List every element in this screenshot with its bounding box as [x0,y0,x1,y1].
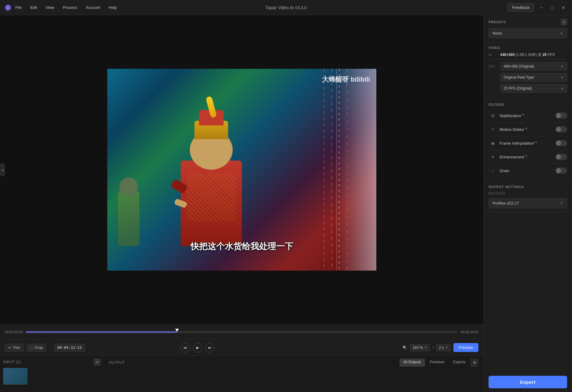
stabilization-toggle-knob [556,113,561,118]
feedback-button[interactable]: Feedback [507,3,534,12]
enhancement-toggle-knob [556,154,561,159]
interpolation-toggle-knob [556,141,561,146]
pixel-type-row: Original Pixel Type ▼ [489,73,567,82]
enhancement-label: EnhancementAI [500,154,555,159]
presets-dropdown[interactable]: None ▼ [489,28,567,38]
grain-icon: ○ [489,166,497,175]
video-in-spec: 440×360 440×360 (1.09:1 SAR) @ 25 FPS(1.… [500,53,555,57]
menu-file[interactable]: File [13,4,24,11]
timeline-track[interactable] [26,331,458,333]
preview-button[interactable]: Preview [453,343,478,352]
timeline-thumb[interactable] [175,329,179,332]
menu-view[interactable]: View [44,4,56,11]
forward-button[interactable]: ⏭ [205,343,215,353]
trim-button[interactable]: ✂ Trim [5,344,24,352]
out-pixel-arrow: ▼ [561,76,564,79]
output-settings-icon[interactable]: ⚙ [471,359,478,367]
out-label: OUT [489,65,497,68]
video-area: ◀ [0,15,483,324]
rewind-icon: ⏮ [183,346,187,350]
presets-add-button[interactable]: + [561,19,567,25]
encoder-dropdown-arrow: ▼ [560,202,563,205]
titlebar: ⬡ File Edit View Process Account Help To… [0,0,572,15]
close-button[interactable]: ✕ [560,4,567,11]
input-section: INPUT (1) + [0,356,104,392]
timeline-start-time: 00:00:00:00 [5,330,23,334]
stabilization-toggle[interactable] [555,113,567,119]
enhancement-ai-badge: AI [525,154,527,157]
video-container: 大蜂醒呀 bilibili 快把这个水货给我处理一下 [107,69,376,271]
video-frame: 大蜂醒呀 bilibili 快把这个水货给我处理一下 [107,69,376,271]
input-title: INPUT (1) [3,360,21,364]
tab-all-outputs[interactable]: All Outputs [400,359,425,367]
menu-edit[interactable]: Edit [28,4,39,11]
deblur-icon: ≡ [489,125,497,134]
input-header: INPUT (1) + [3,359,101,365]
speed-control[interactable]: 2 s ▼ [436,344,451,351]
interpolation-toggle[interactable] [555,140,567,146]
deblur-label: Motion DeblurAI [500,127,555,132]
out-pixel-value: Original Pixel Type [504,75,534,80]
speed-value: 2 s [439,346,444,350]
app-logo: ⬡ [5,5,11,11]
zoom-dropdown-arrow: ▼ [424,346,427,349]
zoom-control[interactable]: 183 % ▼ [410,344,430,351]
encoder-label: ENCODER [489,192,567,195]
encoder-dropdown[interactable]: ProRes 422 LT ▼ [489,198,567,208]
out-res-arrow: ▼ [561,65,564,68]
out-pixel-dropdown[interactable]: Original Pixel Type ▼ [500,73,567,82]
grain-label: Grain [500,168,555,173]
zoom-value: 183 % [412,346,423,350]
add-input-button[interactable]: + [94,359,101,365]
output-settings-title: OUTPUT SETTINGS [489,185,567,189]
interpolation-icon: ◉ [489,139,497,147]
filters-section: FILTERS ⊞ StabilizationAI ≡ Motion Deblu… [484,99,572,181]
bottom-area: INPUT (1) + OUTPUT All Outputs Previews … [0,355,483,392]
rewind-button[interactable]: ⏮ [180,343,190,353]
out-resolution-value: 440×360 (Original) [504,64,534,68]
divider [489,59,567,60]
app-title-area: Topaz Video AI v3.3.0 [265,5,307,10]
app-title: Topaz Video AI v3.3.0 [265,5,307,10]
play-button[interactable]: ▶ [193,343,202,353]
export-section: Export [484,372,572,392]
left-collapse-arrow[interactable]: ◀ [0,164,5,176]
deblur-toggle[interactable] [555,126,567,132]
stabilization-label: StabilizationAI [500,113,555,118]
out-resolution-dropdown[interactable]: 440×360 (Original) ▼ [500,62,567,71]
out-fps-dropdown[interactable]: 25 FPS (Original) ▼ [500,84,567,93]
maximize-button[interactable]: □ [549,4,556,11]
output-settings-section: OUTPUT SETTINGS ENCODER ProRes 422 LT ▼ [484,181,572,212]
crop-button[interactable]: ⬚ Crop [27,344,46,352]
interpolation-label: Frame InterpolationAI [500,141,555,146]
filter-deblur-row: ≡ Motion DeblurAI [489,123,567,136]
grain-toggle[interactable] [555,168,567,174]
filters-title: FILTERS [489,103,567,106]
deblur-toggle-knob [556,127,561,132]
current-time-display: 00:04:32:14 [54,344,85,352]
menu-help[interactable]: Help [107,4,119,11]
video-subtitle: 快把这个水货给我处理一下 [190,241,293,252]
output-title: OUTPUT [109,361,125,365]
menu-account[interactable]: Account [84,4,102,11]
right-panel: PRESETS + None ▼ VIDEO IN 440×360 440×36… [483,15,572,392]
export-button[interactable]: Export [489,376,567,388]
minimize-button[interactable]: ─ [538,4,545,11]
grain-toggle-knob [556,168,561,173]
video-section-title: VIDEO [489,46,567,50]
output-section: OUTPUT All Outputs Previews Exports ⚙ [104,356,483,392]
window-controls: Feedback ─ □ ✕ [507,3,567,12]
input-thumbnail[interactable] [3,368,28,385]
out-fps-value: 25 FPS (Original) [504,86,532,91]
video-watermark: 大蜂醒呀 bilibili [322,75,370,84]
tab-exports[interactable]: Exports [449,359,469,367]
interpolation-ai-badge: AI [535,141,537,144]
menu-process[interactable]: Process [61,4,79,11]
filter-enhancement-row: ✦ EnhancementAI [489,150,567,164]
encoder-value: ProRes 422 LT [493,201,519,205]
tab-previews[interactable]: Previews [426,359,448,367]
presets-title: PRESETS [489,20,506,24]
enhancement-toggle[interactable] [555,154,567,160]
stabilization-ai-badge: AI [522,113,524,116]
timeline-area: 00:00:00:00 00:08:30:02 [0,324,483,339]
